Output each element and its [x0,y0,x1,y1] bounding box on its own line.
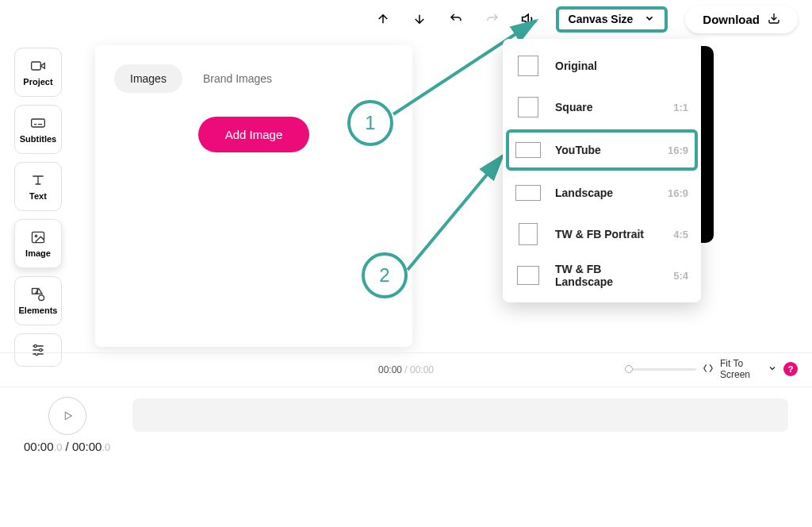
sidebar-item-label: Elements [19,306,58,315]
svg-point-5 [39,295,44,301]
chevron-down-icon[interactable] [768,364,777,375]
image-panel-tabs: Images Brand Images [114,64,393,93]
sidebar-item-subtitles[interactable]: Subtitles [14,105,62,154]
canvas-size-label: Canvas Size [569,13,634,25]
svg-rect-2 [33,232,44,242]
sidebar-item-label: Subtitles [20,134,56,144]
canvas-size-option-square[interactable]: Square 1:1 [508,87,696,128]
collapse-icon[interactable] [703,363,714,376]
download-icon [768,12,780,27]
canvas-size-option-twfb-portrait[interactable]: TW & FB Portrait 4:5 [508,213,696,255]
sidebar-item-image[interactable]: Image [14,219,62,268]
sidebar-item-label: Text [29,191,47,201]
sidebar-item-project[interactable]: Project [14,48,62,97]
canvas-size-dropdown: Original Square 1:1 YouTube 16:9 Landsca… [503,39,701,302]
image-icon [30,229,46,245]
scrub-time: 00:00 / 00:00 [378,364,434,375]
svg-line-10 [408,156,503,270]
callout-badge-2: 2 [362,252,408,298]
tab-brand-images[interactable]: Brand Images [187,64,288,93]
svg-point-6 [34,344,36,347]
image-panel: Images Brand Images Add Image [95,45,412,347]
add-image-button[interactable]: Add Image [198,117,310,152]
download-label: Download [703,13,760,26]
timeline-timecode: 00:00.0 / 00:00.0 [24,440,110,453]
shapes-icon [30,287,46,302]
timeline-track[interactable] [132,398,788,432]
sidebar-item-label: Project [23,77,52,87]
tab-images[interactable]: Images [114,64,182,93]
fit-to-screen-label[interactable]: Fit To Screen [720,358,761,381]
play-button[interactable] [48,397,86,435]
video-icon [30,58,46,74]
canvas-size-option-original[interactable]: Original [508,45,696,87]
canvas-size-button[interactable]: Canvas Size [556,6,668,33]
canvas-size-option-landscape[interactable]: Landscape 16:9 [508,172,696,213]
help-badge[interactable]: ? [783,362,798,376]
download-button[interactable]: Download [685,6,798,33]
sidebar-item-elements[interactable]: Elements [14,276,62,325]
svg-point-7 [40,348,42,351]
canvas-size-option-youtube[interactable]: YouTube 16:9 [506,129,698,171]
scrub-bar: 00:00 / 00:00 Fit To Screen ? [0,352,812,387]
zoom-slider[interactable] [625,368,696,371]
canvas-size-option-twfb-landscape[interactable]: TW & FB Landscape 5:4 [508,255,696,296]
chevron-down-icon [644,13,655,26]
svg-rect-1 [32,119,45,127]
sidebar-item-text[interactable]: Text [14,162,62,211]
left-sidebar: Project Subtitles Text Image Elements [14,48,68,367]
sidebar-item-label: Image [25,248,51,258]
svg-point-3 [35,235,37,237]
text-icon [30,172,46,188]
timeline-area: 00:00.0 / 00:00.0 [0,387,812,459]
callout-pointer-2 [404,151,515,278]
callout-badge-1: 1 [347,100,393,146]
subtitles-icon [30,115,46,131]
svg-rect-0 [32,62,41,70]
